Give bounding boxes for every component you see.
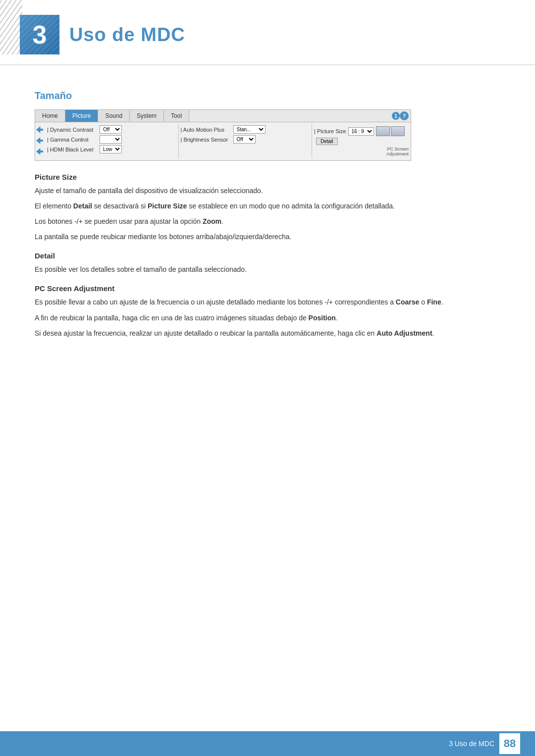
thumb-1: [376, 126, 390, 136]
picture-size-para-2: El elemento Detail se desactivará si Pic…: [35, 201, 500, 212]
right-panel: | Picture Size 16 : 9 Detail PC ScreenAd…: [312, 124, 411, 158]
main-content: Tamaño Home Picture Sound System Tool 1 …: [0, 70, 535, 373]
tab-picture[interactable]: Picture: [65, 110, 98, 122]
thumbnail-area: [376, 126, 405, 136]
brightness-select[interactable]: Off: [233, 135, 256, 144]
arrow-2[interactable]: [36, 137, 43, 144]
ui-row-hdmi: | HDMI Black Level Low: [47, 145, 176, 153]
help-icon[interactable]: ?: [400, 111, 409, 120]
detail-row: Detail: [314, 138, 409, 145]
ui-row-auto-motion: | Auto Motion Plus Stan...: [181, 125, 310, 134]
gamma-label: | Gamma Control: [47, 137, 97, 143]
pc-screen-para-2: A fin de reubicar la pantalla, haga clic…: [35, 312, 500, 324]
tab-system[interactable]: System: [130, 110, 164, 122]
detail-button[interactable]: Detail: [316, 138, 338, 145]
ui-row-dynamic-contrast: | Dynamic Contrast Off: [47, 125, 176, 134]
tab-tool[interactable]: Tool: [164, 110, 189, 122]
picture-size-para-3: Los botones -/+ se pueden usar para ajus…: [35, 216, 500, 227]
subsection-title-picture-size: Picture Size: [35, 173, 500, 181]
subsection-title-detail: Detail: [35, 252, 500, 260]
left-controls: | Dynamic Contrast Off | Gamma Control |…: [45, 124, 178, 158]
hdmi-select[interactable]: Low: [100, 145, 122, 153]
dynamic-contrast-select[interactable]: Off: [100, 125, 122, 134]
ui-mockup: Home Picture Sound System Tool 1 ? | Dyn…: [35, 109, 411, 161]
tab-sound[interactable]: Sound: [98, 110, 130, 122]
middle-controls: | Auto Motion Plus Stan... | Brightness …: [178, 124, 312, 158]
auto-motion-label: | Auto Motion Plus: [181, 127, 230, 133]
picture-size-select[interactable]: 16 : 9: [348, 127, 374, 136]
chapter-number: 3: [33, 20, 47, 50]
subsection-pc-screen: PC Screen Adjustment Es posible llevar a…: [35, 284, 500, 339]
ui-row-gamma: | Gamma Control: [47, 135, 176, 144]
arrow-1[interactable]: [36, 126, 43, 133]
detail-para-1: Es posible ver los detalles sobre el tam…: [35, 264, 500, 275]
page-number: 88: [499, 733, 520, 754]
chapter-header: 3 Uso de MDC: [0, 0, 535, 65]
corner-decoration: [0, 0, 22, 54]
ui-body: | Dynamic Contrast Off | Gamma Control |…: [35, 122, 411, 160]
picture-size-para-4: La pantalla se puede reubicar mediante l…: [35, 231, 500, 243]
tab-home[interactable]: Home: [35, 110, 65, 122]
subsection-title-pc-screen: PC Screen Adjustment: [35, 284, 500, 293]
picture-size-row: | Picture Size 16 : 9: [314, 126, 409, 136]
chapter-title: Uso de MDC: [69, 24, 185, 46]
arrow-3[interactable]: [36, 148, 43, 155]
pc-screen-para-3: Si desea ajustar la frecuencia, realizar…: [35, 328, 500, 339]
footer-text: 3 Uso de MDC: [449, 740, 494, 748]
number-badge: 1: [392, 112, 400, 120]
auto-motion-select[interactable]: Stan...: [233, 125, 266, 134]
thumb-2: [391, 126, 405, 136]
dynamic-contrast-label: | Dynamic Contrast: [47, 127, 97, 133]
toolbar: Home Picture Sound System Tool 1 ?: [35, 110, 411, 122]
pc-screen-label: PC ScreenAdjustment: [314, 147, 409, 156]
subsection-picture-size: Picture Size Ajuste el tamaño de pantall…: [35, 173, 500, 243]
left-arrows: [35, 124, 45, 158]
chapter-number-box: 3: [20, 15, 59, 54]
section-title: Tamaño: [35, 90, 500, 101]
picture-size-label: | Picture Size: [314, 128, 346, 134]
brightness-label: | Brightness Sensor: [181, 137, 230, 143]
ui-row-brightness: | Brightness Sensor Off: [181, 135, 310, 144]
subsection-detail: Detail Es posible ver los detalles sobre…: [35, 252, 500, 275]
gamma-select[interactable]: [100, 135, 122, 144]
pc-screen-para-1: Es posible llevar a cabo un ajuste de la…: [35, 297, 500, 308]
hdmi-label: | HDMI Black Level: [47, 147, 97, 152]
picture-size-para-1: Ajuste el tamaño de pantalla del disposi…: [35, 185, 500, 197]
page-footer: 3 Uso de MDC 88: [0, 731, 535, 756]
